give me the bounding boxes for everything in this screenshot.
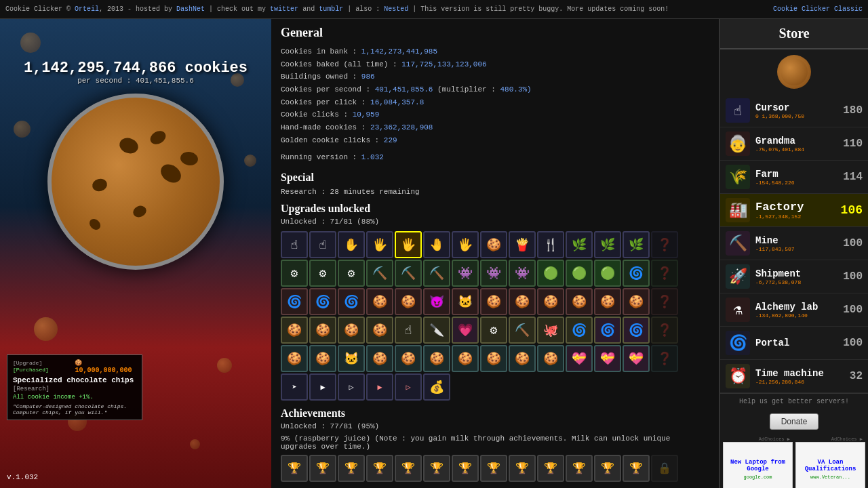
upgrade-cell[interactable]: ❓	[651, 288, 678, 315]
achievement-cell[interactable]: 🏆	[395, 455, 422, 482]
upgrade-cell[interactable]: ❓	[651, 260, 678, 287]
upgrade-cell[interactable]: 🍪	[566, 288, 593, 315]
upgrade-cell[interactable]: 💰	[423, 373, 450, 401]
big-cookie[interactable]	[47, 94, 224, 270]
upgrade-cell[interactable]: 🍪	[480, 345, 507, 372]
upgrade-cell[interactable]: ⚙️	[480, 317, 507, 344]
nested-link[interactable]: Nested	[384, 5, 408, 13]
upgrade-cell[interactable]: 🌿	[594, 231, 621, 258]
upgrade-cell[interactable]: ▷	[338, 373, 365, 401]
upgrade-cell[interactable]: 🔪	[423, 317, 450, 344]
upgrade-cell[interactable]: 😈	[423, 288, 450, 315]
store-item-time-machine[interactable]: ⏰ Time machine -21,256,280,846 32	[720, 360, 868, 393]
upgrade-cell[interactable]: ❓	[651, 231, 678, 258]
store-item-portal[interactable]: 🌀 Portal 100	[720, 327, 868, 360]
upgrade-cell[interactable]: 🍪	[452, 345, 479, 372]
upgrade-cell[interactable]: ❓	[651, 317, 678, 344]
upgrade-cell[interactable]: 🍪	[509, 345, 536, 372]
achievement-cell[interactable]: 🏆	[452, 455, 479, 482]
achievement-cell[interactable]: 🏆	[366, 455, 393, 482]
upgrade-cell[interactable]: 🍪	[366, 288, 393, 315]
upgrade-cell[interactable]: ⚙️	[309, 260, 336, 287]
upgrade-cell[interactable]: 💝	[566, 345, 593, 372]
upgrade-cell[interactable]: 🟢	[537, 260, 564, 287]
store-item-cursor[interactable]: ☝️ Cursor 0 1,368,000,750 180	[720, 94, 868, 127]
upgrade-cell[interactable]: ⚙️	[281, 260, 308, 287]
achievement-cell[interactable]: 🏆	[281, 455, 308, 482]
upgrade-cell[interactable]: 🌀	[594, 317, 621, 344]
twitter-link[interactable]: twitter	[270, 5, 298, 13]
upgrade-cell[interactable]: 💝	[623, 345, 650, 372]
upgrade-cell[interactable]: 🤚	[423, 231, 450, 258]
donate-button[interactable]: Donate	[770, 413, 819, 430]
upgrade-cell[interactable]: 🍪	[423, 345, 450, 372]
upgrade-cell[interactable]: 🐱	[338, 345, 365, 372]
upgrade-cell[interactable]: 🍪	[281, 317, 308, 344]
upgrade-cell[interactable]: 🍪	[594, 288, 621, 315]
store-item-farm[interactable]: 🌾 Farm -154,548,226 114	[720, 161, 868, 194]
ad1-box[interactable]: New Laptop from Google google.com	[723, 442, 793, 488]
upgrade-cell[interactable]: 🖐️	[366, 231, 393, 258]
upgrade-cell[interactable]: 💝	[594, 345, 621, 372]
upgrade-cell[interactable]: ❓	[651, 345, 678, 372]
tumblr-link[interactable]: tumblr	[319, 5, 343, 13]
upgrade-cell[interactable]: 🟢	[566, 260, 593, 287]
upgrade-cell[interactable]: 🌀	[623, 260, 650, 287]
upgrade-cell[interactable]: ⛏️	[395, 260, 422, 287]
upgrade-cell[interactable]: 🌀	[566, 317, 593, 344]
upgrade-cell[interactable]: 🌿	[623, 231, 650, 258]
upgrade-cell[interactable]: 🟢	[594, 260, 621, 287]
upgrade-cell[interactable]: 🍴	[537, 231, 564, 258]
dashnet-link[interactable]: DashNet	[176, 5, 205, 13]
upgrade-cell[interactable]: ⛏️	[423, 260, 450, 287]
upgrade-cell[interactable]: 🖐️	[452, 231, 479, 258]
upgrade-cell[interactable]: 💗	[452, 317, 479, 344]
store-item-factory[interactable]: 🏭 Factory -1,527,348,152 106	[720, 194, 868, 227]
upgrade-cell[interactable]: 🍪	[480, 288, 507, 315]
upgrade-cell[interactable]: 🐱	[452, 288, 479, 315]
achievement-cell[interactable]: 🏆	[509, 455, 536, 482]
upgrade-cell[interactable]: 🍪	[509, 288, 536, 315]
upgrade-cell[interactable]: ☝️	[309, 231, 336, 258]
upgrade-cell[interactable]: 🌿	[566, 231, 593, 258]
upgrade-cell[interactable]: 🌀	[281, 288, 308, 315]
upgrade-cell[interactable]: 🍪	[366, 317, 393, 344]
upgrade-cell[interactable]: ⛏️	[366, 260, 393, 287]
upgrade-cell[interactable]: 🍪	[623, 288, 650, 315]
upgrade-cell[interactable]: ✋	[338, 231, 365, 258]
orteil-link[interactable]: Orteil	[75, 5, 99, 13]
upgrade-cell[interactable]: 🍪	[338, 317, 365, 344]
achievement-cell[interactable]: 🏆	[480, 455, 507, 482]
upgrade-cell[interactable]: ⛏️	[509, 317, 536, 344]
achievement-cell[interactable]: 🏆	[594, 455, 621, 482]
upgrade-cell[interactable]: ➤	[281, 373, 308, 401]
upgrade-cell[interactable]: 🍪	[395, 345, 422, 372]
achievement-cell[interactable]: 🏆	[423, 455, 450, 482]
upgrade-cell[interactable]: 🍪	[309, 317, 336, 344]
upgrade-cell[interactable]: 🍪	[537, 288, 564, 315]
upgrade-cell[interactable]: 👾	[509, 260, 536, 287]
achievement-cell[interactable]: 🏆	[537, 455, 564, 482]
upgrade-cell[interactable]: 🌀	[309, 288, 336, 315]
achievement-cell[interactable]: 🔒	[651, 455, 678, 482]
store-item-mine[interactable]: ⛏️ Mine -117,843,507 100	[720, 227, 868, 260]
achievement-cell[interactable]: 🏆	[338, 455, 365, 482]
ad2-box[interactable]: VA Loan Qualifications www.Veteran...	[795, 442, 865, 488]
upgrade-cell[interactable]: 🍪	[395, 288, 422, 315]
achievement-cell[interactable]: 🏆	[566, 455, 593, 482]
upgrade-cell[interactable]: ☝️	[281, 231, 308, 258]
upgrade-cell[interactable]: ☝️	[395, 317, 422, 344]
upgrade-cell[interactable]: 🐙	[537, 317, 564, 344]
upgrade-cell[interactable]: 👾	[452, 260, 479, 287]
store-item-grandma[interactable]: 👵 Grandma -75,075,401,884 110	[720, 127, 868, 161]
upgrade-cell[interactable]: 🍪	[281, 345, 308, 372]
upgrade-cell[interactable]: 🍪	[537, 345, 564, 372]
cookie-wrapper[interactable]	[47, 94, 224, 270]
store-item-alchemy[interactable]: ⚗️ Alchemy lab -134,862,890,140 100	[720, 293, 868, 327]
achievement-cell[interactable]: 🏆	[309, 455, 336, 482]
upgrade-cell[interactable]: ▶	[309, 373, 336, 401]
upgrade-cell[interactable]: 🍟	[509, 231, 536, 258]
upgrade-cell-current[interactable]: 🖐️	[395, 231, 422, 258]
upgrade-cell[interactable]: 👾	[480, 260, 507, 287]
upgrade-cell[interactable]: ⚙️	[338, 260, 365, 287]
